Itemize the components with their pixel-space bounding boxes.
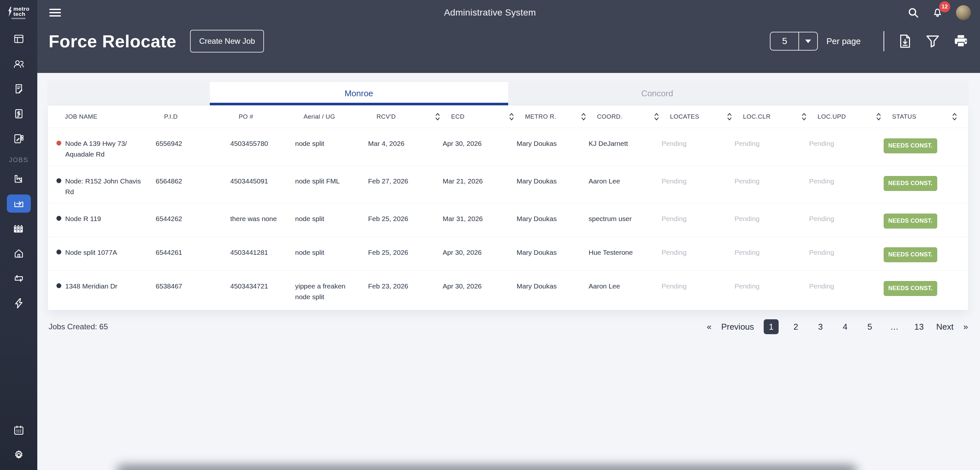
pagination-prev-arrow[interactable]: « [706, 322, 711, 332]
table-row[interactable]: Node R 119 6544262 there was none node s… [48, 203, 968, 237]
sidebar-item-repeat[interactable] [7, 269, 31, 287]
po-number-cell: 4503455780 [230, 128, 295, 165]
pagination-page-1[interactable]: 1 [764, 319, 779, 334]
column-header[interactable]: JOB NAME [65, 113, 164, 120]
sidebar-item-documents[interactable] [7, 80, 31, 98]
sidebar-item-users[interactable] [7, 55, 31, 73]
rcvd-cell: Feb 27, 2026 [368, 166, 443, 203]
pagination-page-5[interactable]: 5 [862, 319, 877, 334]
create-new-job-button[interactable]: Create New Job [190, 30, 264, 52]
sort-icon[interactable] [509, 113, 514, 121]
status-badge: NEEDS CONST. [884, 281, 937, 296]
print-icon[interactable] [954, 35, 968, 48]
row-status-dot [56, 249, 61, 254]
sidebar-item-settings[interactable] [7, 446, 31, 464]
coord-cell: Hue Testerone [589, 237, 662, 270]
column-header[interactable]: METRO R. [525, 113, 597, 121]
sort-icon[interactable] [802, 113, 807, 121]
status-badge: NEEDS CONST. [884, 214, 937, 229]
column-header[interactable]: PO # [239, 113, 304, 120]
table-row[interactable]: Node: R152 John Chavis Rd 6564862 450344… [48, 165, 968, 203]
column-header[interactable]: Aerial / UG [304, 113, 377, 120]
tab-monroe[interactable]: Monroe [210, 82, 508, 105]
loc-clr-cell: Pending [735, 237, 809, 270]
calendar-icon [13, 425, 24, 436]
per-page-value: 5 [770, 32, 799, 50]
column-header[interactable]: LOCATES [670, 113, 743, 121]
sidebar-item-home[interactable] [7, 245, 31, 262]
pid-cell: 6544261 [156, 237, 230, 270]
document-edit-icon [13, 83, 24, 94]
sidebar-item-flash[interactable] [7, 294, 31, 313]
list-controls: 5 Per page [770, 31, 968, 51]
ecd-cell: Apr 30, 2026 [443, 128, 517, 165]
logo-tagline [11, 18, 25, 19]
column-header[interactable]: COORD. [597, 113, 670, 121]
sidebar-item-buildings[interactable] [7, 219, 31, 238]
bottom-shadow [117, 465, 857, 470]
invoice-icon [13, 108, 24, 119]
pagination-page-…[interactable]: … [887, 319, 902, 334]
coord-cell: KJ DeJarnett [589, 128, 662, 165]
per-page-caret[interactable] [799, 32, 817, 50]
sidebar-item-force-relocate[interactable] [7, 194, 31, 213]
sort-icon[interactable] [952, 113, 957, 121]
pagination-page-3[interactable]: 3 [813, 319, 828, 334]
aerial-ug-cell: node split [295, 128, 368, 165]
sidebar-item-dashboard[interactable] [7, 30, 31, 48]
app-title: Administrative System [0, 8, 980, 18]
sort-icon[interactable] [727, 113, 732, 121]
sidebar-item-factory[interactable] [7, 170, 31, 188]
table-row[interactable]: Node split 1077A 6544261 4503441281 node… [48, 237, 968, 270]
sidebar-item-notes[interactable] [7, 130, 31, 148]
sort-icon[interactable] [654, 113, 659, 121]
app-logo[interactable]: metro tech [8, 0, 30, 25]
sort-icon[interactable] [581, 113, 586, 121]
factory-icon [13, 173, 24, 184]
job-name-cell: Node A 139 Hwy 73/ Aquadale Rd [65, 138, 146, 159]
ecd-cell: Apr 30, 2026 [443, 271, 517, 308]
pagination-page-13[interactable]: 13 [912, 319, 926, 334]
metro-r-cell: Mary Doukas [517, 271, 589, 308]
table-body: Node A 139 Hwy 73/ Aquadale Rd 6556942 4… [48, 128, 968, 308]
po-number-cell: there was none [230, 203, 295, 237]
tab-concord[interactable]: Concord [508, 82, 807, 105]
pagination-page-4[interactable]: 4 [838, 319, 853, 334]
app-root: Administrative System 12 Force [0, 0, 980, 470]
notifications-bell[interactable]: 12 [931, 6, 944, 19]
rcvd-cell: Feb 25, 2026 [368, 203, 443, 237]
sidebar-item-calendar[interactable] [7, 421, 31, 439]
table-row[interactable]: Node A 139 Hwy 73/ Aquadale Rd 6556942 4… [48, 128, 968, 165]
table-row[interactable]: 1348 Meridian Dr 6538467 4503434721 yipp… [48, 270, 968, 308]
pagination: « Previous 12345…13 Next » [706, 319, 968, 334]
pagination-next-arrow[interactable]: » [964, 322, 968, 332]
sort-icon[interactable] [435, 113, 440, 121]
header-actions: 12 [907, 5, 971, 20]
pagination-page-2[interactable]: 2 [788, 319, 803, 334]
per-page-select[interactable]: 5 [770, 32, 818, 51]
column-header[interactable]: LOC.CLR [743, 113, 818, 121]
row-status-dot [56, 216, 61, 221]
sidebar-item-invoices[interactable] [7, 105, 31, 123]
pagination-prev[interactable]: Previous [721, 322, 754, 332]
column-header[interactable]: STATUS [892, 113, 968, 121]
main-content: Monroe Concord JOB NAME P.I.D PO # Aeria… [48, 82, 968, 310]
logo-bolt-icon [8, 7, 12, 16]
user-avatar[interactable] [956, 5, 971, 20]
repeat-icon [13, 273, 25, 284]
po-number-cell: 4503441281 [230, 237, 295, 270]
column-header[interactable]: RCV'D [377, 113, 451, 121]
search-icon[interactable] [907, 7, 919, 19]
column-header[interactable]: P.I.D [164, 113, 239, 120]
row-status-dot [56, 141, 61, 146]
po-number-cell: 4503445091 [230, 166, 295, 203]
export-file-icon[interactable] [899, 34, 912, 48]
coord-cell: Aaron Lee [589, 166, 662, 203]
status-badge: NEEDS CONST. [884, 138, 937, 153]
filter-icon[interactable] [926, 35, 939, 48]
pagination-next[interactable]: Next [936, 322, 953, 332]
sort-icon[interactable] [876, 113, 881, 121]
column-header[interactable]: LOC.UPD [818, 113, 892, 121]
locates-cell: Pending [662, 203, 735, 237]
column-header[interactable]: ECD [451, 113, 525, 121]
